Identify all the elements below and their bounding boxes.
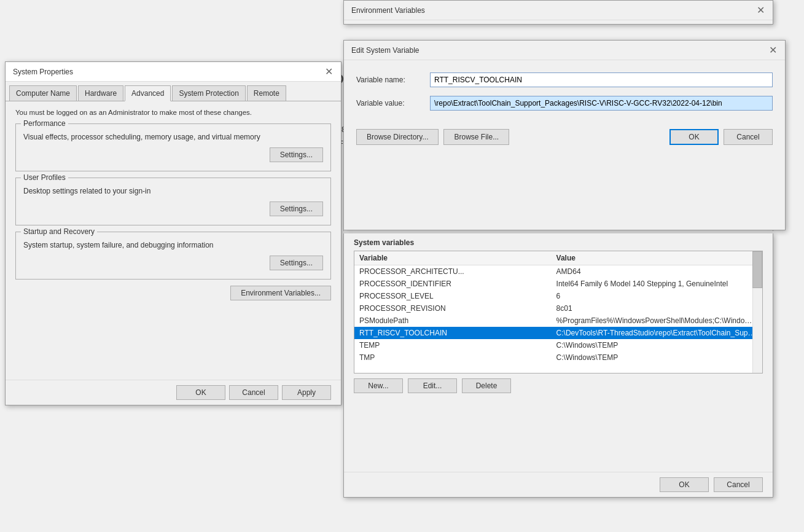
environment-variables-close-button[interactable]: ✕ bbox=[753, 3, 768, 18]
variable-value-input[interactable] bbox=[430, 96, 773, 111]
group-desc-startupRecovery: System startup, system failure, and debu… bbox=[23, 241, 323, 249]
var-name-cell: PROCESSOR_REVISION bbox=[354, 302, 552, 315]
group-settings-startupRecovery[interactable]: Settings... bbox=[270, 256, 323, 270]
sys-vars-new-button[interactable]: New... bbox=[354, 378, 403, 393]
env-vars-button[interactable]: Environment Variables... bbox=[230, 286, 331, 300]
table-row[interactable]: PROCESSOR_LEVEL6 bbox=[354, 290, 762, 302]
scrollbar-thumb[interactable] bbox=[752, 251, 762, 288]
var-value-cell: C:\Windows\TEMP bbox=[552, 339, 762, 351]
admin-note: You must be logged on as an Administrato… bbox=[15, 109, 331, 116]
variable-name-label: Variable name: bbox=[356, 76, 430, 84]
var-value-cell: 8c01 bbox=[552, 302, 762, 315]
system-properties-footer: OK Cancel Apply bbox=[6, 380, 341, 405]
var-name-cell: RTT_RISCV_TOOLCHAIN bbox=[354, 327, 552, 339]
sys-props-apply-button[interactable]: Apply bbox=[282, 385, 331, 400]
var-value-cell: 6 bbox=[552, 290, 762, 302]
var-name-cell: PROCESSOR_ARCHITECTU... bbox=[354, 265, 552, 278]
tab-advanced[interactable]: Advanced bbox=[125, 85, 171, 101]
group-box-userProfiles: User Profiles Desktop settings related t… bbox=[15, 178, 331, 225]
var-name-cell: TEMP bbox=[354, 339, 552, 351]
table-row[interactable]: PROCESSOR_IDENTIFIERIntel64 Family 6 Mod… bbox=[354, 278, 762, 290]
table-row[interactable]: TMPC:\Windows\TEMP bbox=[354, 351, 762, 364]
variable-name-input[interactable] bbox=[430, 72, 773, 87]
edit-system-variable-titlebar: Edit System Variable ✕ bbox=[344, 41, 785, 60]
var-value-cell: C:\DevTools\RT-ThreadStudio\repo\Extract… bbox=[552, 327, 762, 339]
tab-remote[interactable]: Remote bbox=[247, 85, 286, 101]
edit-var-ok-button[interactable]: OK bbox=[669, 129, 719, 145]
group-settings-performance[interactable]: Settings... bbox=[270, 147, 323, 162]
group-box-startupRecovery: Startup and Recovery System startup, sys… bbox=[15, 232, 331, 280]
system-variables-table: Variable Value PROCESSOR_ARCHITECTU...AM… bbox=[354, 251, 762, 364]
edit-system-variable-close-button[interactable]: ✕ bbox=[765, 43, 780, 58]
group-label-performance: Performance bbox=[21, 119, 68, 128]
system-variables-table-container: Variable Value PROCESSOR_ARCHITECTU...AM… bbox=[354, 251, 763, 374]
sys-vars-edit-button[interactable]: Edit... bbox=[408, 378, 457, 393]
browse-directory-button[interactable]: Browse Directory... bbox=[356, 129, 439, 145]
var-name-cell: PSModulePath bbox=[354, 315, 552, 327]
group-desc-userProfiles: Desktop settings related to your sign-in bbox=[23, 187, 323, 195]
system-properties-close-button[interactable]: ✕ bbox=[321, 65, 336, 79]
system-properties-title: System Properties bbox=[13, 68, 73, 76]
table-row[interactable]: PROCESSOR_REVISION8c01 bbox=[354, 302, 762, 315]
system-properties-tabs: Computer NameHardwareAdvancedSystem Prot… bbox=[6, 82, 341, 101]
system-variables-label: System variables bbox=[344, 233, 773, 251]
group-desc-performance: Visual effects, processor scheduling, me… bbox=[23, 133, 323, 141]
var-name-cell: PROCESSOR_LEVEL bbox=[354, 290, 552, 302]
edit-var-fields: Variable name: Variable value: bbox=[344, 60, 785, 129]
table-row[interactable]: PSModulePath%ProgramFiles%\WindowsPowerS… bbox=[354, 315, 762, 327]
var-value-cell: %ProgramFiles%\WindowsPowerShell\Modules… bbox=[552, 315, 762, 327]
environment-variables-window: Environment Variables ✕ bbox=[343, 0, 773, 25]
browse-buttons-row: Browse Directory... Browse File... OK Ca… bbox=[344, 129, 785, 145]
system-properties-window: System Properties ✕ Computer NameHardwar… bbox=[5, 61, 342, 405]
var-value-cell: C:\Windows\TEMP bbox=[552, 351, 762, 364]
col-header-variable: Variable bbox=[354, 251, 552, 265]
tab-hardware[interactable]: Hardware bbox=[78, 85, 123, 101]
system-properties-content: You must be logged on as an Administrato… bbox=[6, 101, 341, 308]
env-vars-ok-button[interactable]: OK bbox=[660, 477, 709, 492]
group-box-performance: Performance Visual effects, processor sc… bbox=[15, 123, 331, 171]
tab-system-protection[interactable]: System Protection bbox=[172, 85, 245, 101]
col-header-value: Value bbox=[552, 251, 762, 265]
environment-variables-titlebar: Environment Variables ✕ bbox=[344, 1, 773, 20]
system-variables-section: System variables Variable Value PROCESSO… bbox=[343, 233, 773, 498]
environment-variables-title: Environment Variables bbox=[351, 6, 425, 15]
system-variables-footer: OK Cancel bbox=[344, 472, 773, 497]
variable-value-row: Variable value: bbox=[356, 96, 773, 111]
group-label-userProfiles: User Profiles bbox=[21, 173, 68, 182]
system-properties-titlebar: System Properties ✕ bbox=[6, 62, 341, 82]
env-vars-cancel-button[interactable]: Cancel bbox=[714, 477, 763, 492]
tab-computer-name[interactable]: Computer Name bbox=[9, 85, 77, 101]
variable-name-row: Variable name: bbox=[356, 72, 773, 87]
sys-props-cancel-button[interactable]: Cancel bbox=[229, 385, 278, 400]
table-row[interactable]: PROCESSOR_ARCHITECTU...AMD64 bbox=[354, 265, 762, 278]
system-vars-buttons: New... Edit... Delete bbox=[344, 374, 773, 398]
browse-file-button[interactable]: Browse File... bbox=[443, 129, 509, 145]
edit-system-variable-title: Edit System Variable bbox=[351, 46, 420, 55]
var-name-cell: TMP bbox=[354, 351, 552, 364]
var-value-cell: Intel64 Family 6 Model 140 Stepping 1, G… bbox=[552, 278, 762, 290]
edit-var-cancel-button[interactable]: Cancel bbox=[724, 129, 773, 145]
table-row[interactable]: TEMPC:\Windows\TEMP bbox=[354, 339, 762, 351]
variable-value-label: Variable value: bbox=[356, 99, 430, 108]
table-row[interactable]: RTT_RISCV_TOOLCHAINC:\DevTools\RT-Thread… bbox=[354, 327, 762, 339]
group-label-startupRecovery: Startup and Recovery bbox=[21, 227, 97, 236]
var-name-cell: PROCESSOR_IDENTIFIER bbox=[354, 278, 552, 290]
sys-props-ok-button[interactable]: OK bbox=[176, 385, 225, 400]
edit-system-variable-dialog: Edit System Variable ✕ Variable name: Va… bbox=[343, 40, 786, 230]
table-scrollbar[interactable] bbox=[752, 251, 762, 373]
group-settings-userProfiles[interactable]: Settings... bbox=[270, 201, 323, 216]
sys-vars-delete-button[interactable]: Delete bbox=[462, 378, 511, 393]
var-value-cell: AMD64 bbox=[552, 265, 762, 278]
